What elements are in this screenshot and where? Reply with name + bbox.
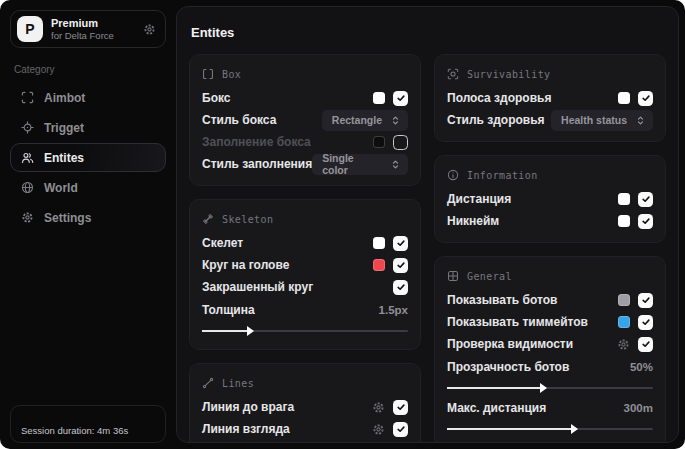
updown-icon [635,115,646,126]
survivability-icon [447,68,459,80]
card-header: Information [447,164,653,186]
card-header: Lines [202,372,408,394]
row-label: Прозрачность ботов [447,360,569,374]
checkbox[interactable] [393,422,408,437]
trigger-icon [21,121,34,134]
checkbox[interactable] [638,293,653,308]
gear-icon[interactable] [617,338,630,351]
gear-icon[interactable] [372,423,385,436]
settings-row: Бокс [202,87,408,109]
slider-thumb[interactable] [540,383,547,393]
row-controls [373,258,408,273]
category-label: Category [14,64,162,75]
sidebar-item-label: Trigget [44,121,84,135]
card-title: Survivability [467,69,550,80]
slider-fill [202,330,249,332]
color-swatch[interactable] [618,92,630,104]
card-title: Lines [222,378,254,389]
checkbox[interactable] [638,214,653,229]
card-header: Survivability [447,63,653,85]
brand-subtitle: for Delta Force [51,30,114,41]
select-dropdown[interactable]: Single color [312,154,408,175]
card-title: General [467,271,512,282]
color-swatch[interactable] [373,136,385,148]
brand-card: P Premium for Delta Force [10,10,166,48]
settings-row: Стиль заполненияSingle color [202,153,408,175]
slider-thumb[interactable] [571,424,578,434]
checkbox[interactable] [393,258,408,273]
card-box: BoxБоксСтиль боксаRectangleЗаполнение бо… [189,54,421,186]
color-swatch[interactable] [373,259,385,271]
settings-row: Заполнение бокса [202,131,408,153]
row-label: Полоса здоровья [447,91,551,105]
world-icon [21,181,34,194]
row-label: Круг на голове [202,258,289,272]
checkbox[interactable] [393,135,408,150]
color-swatch[interactable] [618,294,630,306]
settings-icon [21,211,34,224]
session-duration-text: Session duration: 4m 36s [21,425,128,436]
row-label: Показывать тиммейтов [447,315,588,329]
sidebar-item-aimbot[interactable]: Aimbot [10,83,166,112]
select-value: Single color [322,152,382,176]
checkbox[interactable] [393,400,408,415]
slider[interactable] [447,387,653,389]
checkbox[interactable] [393,236,408,251]
gear-icon[interactable] [143,23,156,36]
general-icon [447,270,459,282]
settings-row: Никнейм [447,210,653,232]
brand-logo: P [17,16,43,42]
settings-row: Показывать ботов [447,289,653,311]
select-dropdown[interactable]: Rectangle [322,110,408,131]
card-header: General [447,265,653,287]
color-swatch[interactable] [618,193,630,205]
card-lines: LinesЛиния до врагаЛиния взгляда [189,363,421,443]
checkbox[interactable] [393,91,408,106]
color-swatch[interactable] [373,92,385,104]
settings-row: Стиль здоровьяHealth status [447,109,653,131]
settings-row: Закрашенный круг [202,276,408,298]
row-controls [618,214,653,229]
row-label: Стиль здоровья [447,113,545,127]
entities-icon [21,151,34,164]
sidebar-item-world[interactable]: World [10,173,166,202]
slider[interactable] [447,428,653,430]
settings-row: Стиль боксаRectangle [202,109,408,131]
card-header: Box [202,63,408,85]
checkbox[interactable] [638,337,653,352]
row-controls [618,315,653,330]
row-label: Толщина [202,303,255,317]
row-controls [617,337,653,352]
select-value: Health status [561,114,627,126]
select-dropdown[interactable]: Health status [551,110,653,131]
color-swatch[interactable] [373,237,385,249]
slider-group: Макс. дистанция300m [447,396,653,437]
row-controls [618,293,653,308]
row-label: Дистанция [447,192,511,206]
row-label: Никнейм [447,214,499,228]
color-swatch[interactable] [618,215,630,227]
checkbox[interactable] [638,192,653,207]
card-general: GeneralПоказывать ботовПоказывать тиммей… [434,256,666,443]
sidebar-item-trigget[interactable]: Trigget [10,113,166,142]
slider[interactable] [202,330,408,332]
sidebar-item-label: Entites [44,151,84,165]
slider-thumb[interactable] [247,326,254,336]
settings-row: Макс. дистанция300m [447,397,653,419]
sidebar-item-entites[interactable]: Entites [10,143,166,172]
color-swatch[interactable] [618,316,630,328]
information-icon [447,169,459,181]
row-label: Показывать ботов [447,293,557,307]
card-title: Information [467,170,538,181]
checkbox[interactable] [638,315,653,330]
checkbox[interactable] [393,280,408,295]
brand-title: Premium [51,17,114,30]
checkbox[interactable] [638,91,653,106]
slider-fill [447,428,573,430]
sidebar-item-settings[interactable]: Settings [10,203,166,232]
slider-value: 300m [624,402,653,414]
settings-row: Дистанция [447,188,653,210]
gear-icon[interactable] [372,401,385,414]
card-information: InformationДистанцияНикнейм [434,155,666,243]
card-title: Box [222,69,241,80]
